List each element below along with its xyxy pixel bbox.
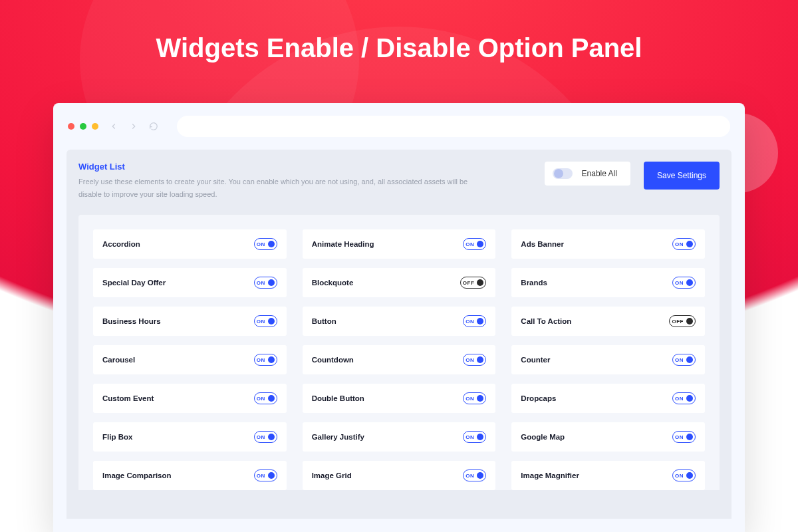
widget-card: CounterON <box>511 345 705 374</box>
page-title: Widgets Enable / Disable Option Panel <box>0 33 798 63</box>
widget-name: Brands <box>521 279 547 287</box>
widget-toggle[interactable]: ON <box>463 315 486 327</box>
widget-toggle[interactable]: ON <box>672 277 696 289</box>
toggle-knob-icon <box>477 356 483 363</box>
panel-header: Widget List Freely use these elements to… <box>78 162 720 200</box>
toggle-label: ON <box>257 434 265 440</box>
widget-card: Image ComparisonON <box>93 461 287 490</box>
widget-toggle[interactable]: ON <box>672 431 696 443</box>
window-close-icon <box>68 123 74 130</box>
widget-toggle[interactable]: ON <box>463 238 486 250</box>
toggle-knob-icon <box>268 279 275 286</box>
panel-description: Freely use these elements to create your… <box>78 176 471 200</box>
save-settings-button[interactable]: Save Settings <box>644 162 720 190</box>
widget-toggle[interactable]: ON <box>254 277 277 289</box>
refresh-icon[interactable] <box>149 122 158 131</box>
widget-toggle[interactable]: ON <box>463 469 486 481</box>
widget-name: Counter <box>521 356 550 364</box>
widget-name: Image Magnifier <box>521 471 579 479</box>
toggle-label: OFF <box>672 319 684 325</box>
toggle-label: ON <box>466 396 474 402</box>
widget-card: Gallery JustifyON <box>303 422 496 452</box>
toggle-label: ON <box>257 357 265 363</box>
widget-name: Blockquote <box>312 279 354 287</box>
widget-toggle[interactable]: ON <box>254 238 277 250</box>
toggle-label: ON <box>257 319 265 325</box>
banner: Widgets Enable / Disable Option Panel Wi… <box>0 0 798 532</box>
widget-toggle[interactable]: ON <box>672 392 696 404</box>
toggle-label: ON <box>675 396 684 402</box>
toggle-label: ON <box>257 473 265 479</box>
toggle-label: ON <box>675 473 684 479</box>
widget-card: Business HoursON <box>93 307 287 336</box>
widget-card: Special Day OfferON <box>93 268 287 297</box>
widget-toggle[interactable]: ON <box>254 392 277 404</box>
widget-toggle[interactable]: ON <box>463 392 486 404</box>
widget-name: Gallery Justify <box>312 433 364 441</box>
enable-all-label: Enable All <box>582 169 617 178</box>
widget-card: Double ButtonON <box>303 384 496 413</box>
forward-icon[interactable] <box>129 122 138 131</box>
widget-card: Flip BoxON <box>93 422 287 452</box>
toggle-knob-icon <box>686 395 693 402</box>
widget-name: Countdown <box>312 356 354 364</box>
widget-card: BlockquoteOFF <box>303 268 496 297</box>
toggle-knob-icon <box>686 472 693 479</box>
widget-name: Business Hours <box>102 317 161 325</box>
widget-toggle[interactable]: OFF <box>460 277 487 289</box>
widget-grid: AccordionONAnimate HeadingONAds BannerON… <box>78 215 720 490</box>
back-icon[interactable] <box>109 122 118 131</box>
widget-toggle[interactable]: ON <box>254 469 277 481</box>
widget-name: Google Map <box>521 433 565 441</box>
toggle-label: ON <box>257 241 265 247</box>
toggle-label: ON <box>675 241 684 247</box>
toggle-knob-icon <box>686 318 693 325</box>
toggle-label: ON <box>466 357 474 363</box>
toggle-knob-icon <box>477 434 483 440</box>
widget-toggle[interactable]: OFF <box>669 315 696 327</box>
widget-toggle[interactable]: ON <box>254 354 277 366</box>
toggle-knob-icon <box>686 434 693 440</box>
toggle-label: ON <box>675 434 684 440</box>
toggle-knob-icon <box>477 318 483 325</box>
toggle-knob-icon <box>477 472 483 479</box>
widget-card: Image MagnifierON <box>511 461 705 490</box>
widget-toggle[interactable]: ON <box>463 431 486 443</box>
widget-toggle[interactable]: ON <box>463 354 486 366</box>
widget-toggle[interactable]: ON <box>672 354 696 366</box>
toggle-knob-icon <box>477 241 483 247</box>
widget-toggle[interactable]: ON <box>254 431 277 443</box>
widget-name: Animate Heading <box>312 240 374 248</box>
widget-card: Image GridON <box>303 461 496 490</box>
toggle-label: OFF <box>463 280 475 286</box>
widget-card: Animate HeadingON <box>303 229 496 259</box>
widget-card: Google MapON <box>511 422 705 452</box>
widget-name: Double Button <box>312 394 364 402</box>
panel-title: Widget List <box>78 162 531 172</box>
widget-card: Custom EventON <box>93 384 287 413</box>
toggle-knob-icon <box>686 356 693 363</box>
widget-toggle[interactable]: ON <box>672 469 696 481</box>
widget-name: Dropcaps <box>521 394 556 402</box>
widget-card: BrandsON <box>511 268 705 297</box>
browser-mockup: Widget List Freely use these elements to… <box>53 103 745 532</box>
widget-card: DropcapsON <box>511 384 705 413</box>
widget-name: Button <box>312 317 336 325</box>
panel-header-text: Widget List Freely use these elements to… <box>78 162 531 200</box>
toggle-knob-icon <box>477 279 483 286</box>
widget-toggle[interactable]: ON <box>254 315 277 327</box>
widget-toggle[interactable]: ON <box>672 238 696 250</box>
widget-name: Flip Box <box>102 433 132 441</box>
toggle-label: ON <box>257 280 265 286</box>
toggle-knob-icon <box>268 241 275 247</box>
toggle-label: ON <box>466 241 474 247</box>
widget-card: CarouselON <box>93 345 287 374</box>
widget-name: Image Grid <box>312 471 352 479</box>
toggle-knob-icon <box>268 472 275 479</box>
browser-toolbar <box>53 103 745 150</box>
toggle-label: ON <box>257 396 265 402</box>
url-input[interactable] <box>177 116 730 137</box>
widget-name: Call To Action <box>521 317 571 325</box>
enable-all-toggle[interactable] <box>553 168 573 179</box>
widget-panel: Widget List Freely use these elements to… <box>66 150 732 519</box>
